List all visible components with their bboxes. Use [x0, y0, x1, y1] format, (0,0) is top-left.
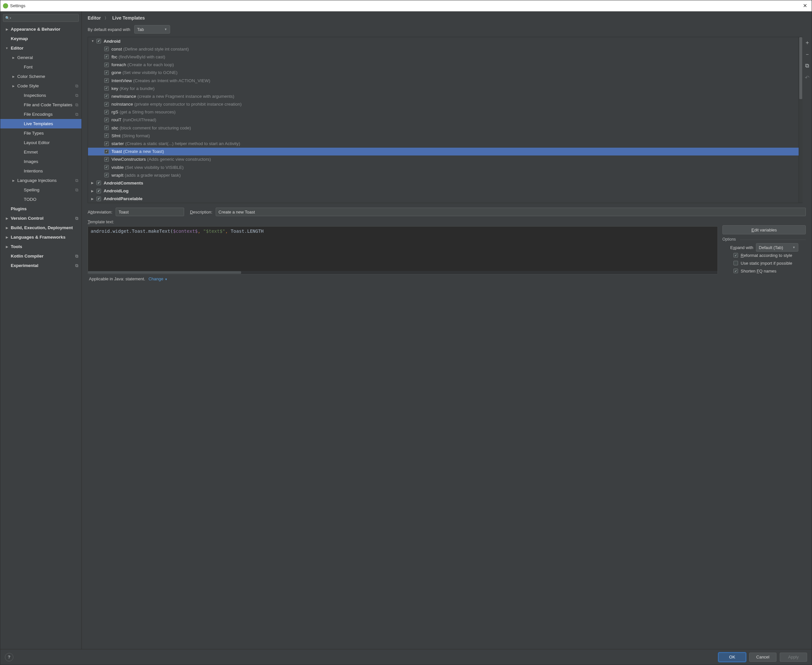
- close-icon[interactable]: ✕: [801, 3, 809, 9]
- sidebar-item[interactable]: ▶Appearance & Behavior: [0, 25, 82, 34]
- template-group[interactable]: ▼Android: [88, 37, 802, 45]
- template-item[interactable]: const (Define android style int constant…: [88, 45, 802, 53]
- shorten-fq-checkbox[interactable]: [734, 269, 738, 273]
- template-checkbox[interactable]: [104, 165, 109, 170]
- sidebar-item-label: Kotlin Compiler: [11, 254, 44, 259]
- expand-default-combo[interactable]: Tab ▼: [134, 25, 170, 34]
- sidebar-item[interactable]: Experimental⧉: [0, 261, 82, 270]
- reformat-checkbox[interactable]: [734, 253, 738, 257]
- template-item[interactable]: wrapIt (adds a gradle wrapper task): [88, 171, 802, 179]
- template-abbr: Sfmt: [111, 133, 121, 138]
- template-checkbox[interactable]: [104, 62, 109, 67]
- template-checkbox[interactable]: [104, 70, 109, 75]
- template-item[interactable]: noInstance (private empty constructor to…: [88, 100, 802, 108]
- edit-variables-button[interactable]: Edit variables: [722, 225, 806, 234]
- sidebar-item[interactable]: ▶Version Control⧉: [0, 213, 82, 223]
- group-checkbox[interactable]: [96, 39, 101, 43]
- sidebar-item[interactable]: Intentions: [0, 166, 82, 176]
- sidebar-item[interactable]: Layout Editor: [0, 138, 82, 147]
- template-desc: (Adds generic view constructors): [147, 157, 211, 162]
- template-checkbox[interactable]: [104, 149, 109, 154]
- sidebar-item[interactable]: Plugins: [0, 204, 82, 213]
- revert-icon[interactable]: ↶: [804, 74, 811, 81]
- template-checkbox[interactable]: [104, 102, 109, 106]
- static-import-checkbox[interactable]: [734, 261, 738, 265]
- sidebar-item[interactable]: Emmet: [0, 147, 82, 157]
- template-checkbox[interactable]: [104, 78, 109, 83]
- template-item[interactable]: Sfmt (String format): [88, 132, 802, 139]
- sidebar-item[interactable]: TODO: [0, 195, 82, 204]
- sidebar-item[interactable]: Font: [0, 62, 82, 72]
- template-group[interactable]: ▶AndroidParcelable: [88, 195, 802, 203]
- template-item[interactable]: starter (Creates a static start(...) hel…: [88, 139, 802, 147]
- sidebar-item[interactable]: Live Templates: [0, 119, 82, 128]
- group-checkbox[interactable]: [96, 197, 101, 201]
- sidebar-item[interactable]: ▶General: [0, 53, 82, 62]
- add-icon[interactable]: ＋: [804, 39, 811, 46]
- ok-button[interactable]: OK: [719, 653, 746, 662]
- help-button[interactable]: ?: [5, 653, 13, 662]
- remove-icon[interactable]: －: [804, 51, 811, 58]
- template-item[interactable]: newInstance (create a new Fragment insta…: [88, 92, 802, 100]
- template-checkbox[interactable]: [104, 141, 109, 146]
- sidebar-item[interactable]: Kotlin Compiler⧉: [0, 251, 82, 261]
- sidebar-item[interactable]: ▼Editor: [0, 43, 82, 53]
- template-item[interactable]: ViewConstructors (Adds generic view cons…: [88, 156, 802, 163]
- template-checkbox[interactable]: [104, 118, 109, 122]
- scrollbar-horizontal[interactable]: [88, 271, 717, 274]
- apply-button[interactable]: Apply: [780, 653, 807, 662]
- sidebar-item[interactable]: Keymap: [0, 34, 82, 43]
- template-group[interactable]: ▶AndroidComments: [88, 179, 802, 187]
- sidebar-item[interactable]: Inspections⧉: [0, 91, 82, 100]
- settings-tree[interactable]: ▶Appearance & Behavior Keymap▼Editor▶Gen…: [0, 24, 82, 649]
- template-text-editor[interactable]: android.widget.Toast.makeText($context$,…: [88, 226, 718, 275]
- template-checkbox[interactable]: [104, 94, 109, 98]
- change-link[interactable]: Change▼: [149, 277, 167, 281]
- template-item[interactable]: rouiT (runOnUIThread): [88, 116, 802, 124]
- template-group[interactable]: ▶AndroidLog: [88, 187, 802, 195]
- template-checkbox[interactable]: [104, 54, 109, 59]
- sidebar-item[interactable]: Spelling⧉: [0, 185, 82, 195]
- sidebar-item[interactable]: ▶Build, Execution, Deployment: [0, 223, 82, 233]
- template-item[interactable]: IntentView (Creates an Intent with ACTIO…: [88, 77, 802, 84]
- sidebar-item[interactable]: ▶Tools: [0, 242, 82, 251]
- template-desc: (Create a new Toast): [123, 149, 164, 154]
- scrollbar-thumb[interactable]: [88, 271, 241, 274]
- breadcrumb-parent[interactable]: Editor: [88, 15, 101, 21]
- template-list[interactable]: ▼Androidconst (Define android style int …: [88, 37, 802, 203]
- sidebar-item[interactable]: ▶Languages & Frameworks: [0, 233, 82, 242]
- search-input[interactable]: 🔍 ▾: [3, 14, 79, 22]
- group-checkbox[interactable]: [96, 189, 101, 193]
- expand-with-combo[interactable]: Default (Tab) ▼: [756, 243, 798, 252]
- sidebar-item[interactable]: ▶Color Scheme: [0, 72, 82, 81]
- template-checkbox[interactable]: [104, 86, 109, 91]
- template-checkbox[interactable]: [104, 157, 109, 162]
- template-checkbox[interactable]: [104, 173, 109, 177]
- sidebar-item[interactable]: File and Code Templates⧉: [0, 100, 82, 110]
- template-item[interactable]: rgS (get a String from resources): [88, 108, 802, 116]
- template-item[interactable]: foreach (Create a for each loop): [88, 61, 802, 69]
- scrollbar-vertical[interactable]: [799, 37, 802, 203]
- template-checkbox[interactable]: [104, 47, 109, 51]
- sidebar-item[interactable]: Images: [0, 157, 82, 166]
- copy-icon[interactable]: ⧉: [804, 62, 811, 69]
- sidebar-item[interactable]: ▶Language Injections⧉: [0, 176, 82, 185]
- template-item[interactable]: fbc (findViewById with cast): [88, 53, 802, 61]
- sidebar-item[interactable]: File Types: [0, 128, 82, 138]
- template-item[interactable]: gone (Set view visibility to GONE): [88, 69, 802, 77]
- template-checkbox[interactable]: [104, 110, 109, 115]
- template-item[interactable]: sbc (block comment for structuring code): [88, 124, 802, 132]
- scrollbar-thumb[interactable]: [799, 37, 802, 99]
- group-checkbox[interactable]: [96, 180, 101, 185]
- template-checkbox[interactable]: [104, 126, 109, 130]
- template-item[interactable]: key (Key for a bundle): [88, 84, 802, 92]
- sidebar-item[interactable]: File Encodings⧉: [0, 110, 82, 119]
- abbreviation-field[interactable]: Toast: [116, 208, 184, 216]
- template-checkbox[interactable]: [104, 133, 109, 138]
- expand-with-label: Expand with: [730, 245, 753, 250]
- cancel-button[interactable]: Cancel: [749, 653, 776, 662]
- template-item[interactable]: Toast (Create a new Toast): [88, 147, 802, 156]
- template-item[interactable]: visible (Set view visibility to VISIBLE): [88, 163, 802, 171]
- description-field[interactable]: Create a new Toast: [216, 208, 806, 216]
- sidebar-item[interactable]: ▶Code Style⧉: [0, 81, 82, 91]
